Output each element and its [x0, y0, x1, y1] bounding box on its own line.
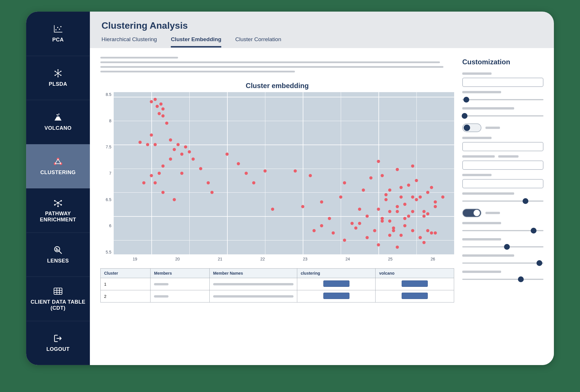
sidebar-item-clustering[interactable]: CLUSTERING — [26, 144, 90, 189]
scatter-point[interactable] — [381, 174, 384, 177]
scatter-point[interactable] — [320, 224, 323, 227]
scatter-point[interactable] — [157, 172, 161, 175]
scatter-point[interactable] — [354, 227, 357, 230]
scatter-point[interactable] — [309, 174, 312, 177]
scatter-point[interactable] — [411, 196, 414, 199]
slider[interactable] — [462, 260, 543, 267]
scatter-point[interactable] — [381, 217, 384, 220]
scatter-point[interactable] — [263, 169, 267, 172]
scatter-point[interactable] — [403, 224, 407, 227]
scatter-point[interactable] — [358, 207, 361, 211]
scatter-point[interactable] — [426, 229, 429, 232]
slider[interactable] — [462, 227, 543, 234]
scatter-point[interactable] — [388, 219, 392, 223]
scatter-point[interactable] — [373, 229, 376, 232]
scatter-point[interactable] — [331, 231, 335, 234]
scatter-point[interactable] — [180, 172, 183, 175]
scatter-point[interactable] — [165, 122, 168, 125]
scatter-point[interactable] — [377, 160, 380, 163]
scatter-point[interactable] — [161, 114, 164, 118]
plot-area[interactable] — [114, 92, 454, 254]
clustering-button[interactable] — [323, 293, 349, 299]
slider[interactable] — [462, 96, 543, 103]
scatter-point[interactable] — [328, 217, 331, 220]
scatter-point[interactable] — [422, 210, 425, 213]
sidebar-item-plsda[interactable]: PLSDA — [26, 56, 90, 100]
scatter-point[interactable] — [157, 112, 161, 115]
volcano-button[interactable] — [402, 280, 428, 287]
scatter-point[interactable] — [211, 191, 214, 194]
text-input[interactable] — [462, 179, 543, 188]
scatter-point[interactable] — [434, 205, 437, 208]
scatter-point[interactable] — [403, 217, 407, 220]
tab-cluster-embedding[interactable]: Cluster Embedding — [171, 36, 221, 48]
sidebar-item-volcano[interactable]: VOLCANO — [26, 100, 90, 144]
scatter-point[interactable] — [350, 222, 354, 225]
scatter-point[interactable] — [150, 174, 153, 177]
slider[interactable] — [462, 276, 543, 283]
scatter-point[interactable] — [407, 215, 410, 218]
scatter-point[interactable] — [184, 145, 187, 149]
tab-cluster-correlation[interactable]: Cluster Correlation — [235, 36, 281, 48]
scatter-point[interactable] — [377, 207, 380, 211]
scatter-point[interactable] — [150, 134, 153, 137]
scatter-point[interactable] — [301, 205, 304, 208]
scatter-point[interactable] — [388, 234, 392, 237]
scatter-point[interactable] — [411, 229, 414, 232]
scatter-point[interactable] — [188, 150, 191, 153]
scatter-point[interactable] — [146, 143, 149, 146]
scatter-point[interactable] — [407, 184, 410, 187]
scatter-point[interactable] — [169, 138, 172, 141]
scatter-point[interactable] — [362, 188, 365, 192]
scatter-point[interactable] — [365, 215, 369, 218]
scatter-point[interactable] — [150, 100, 153, 103]
text-input[interactable] — [462, 161, 543, 170]
scatter-point[interactable] — [244, 172, 248, 175]
clustering-button[interactable] — [323, 280, 349, 287]
scatter-point[interactable] — [160, 103, 163, 106]
scatter-point[interactable] — [396, 168, 399, 171]
sidebar-item-logout[interactable]: LOGOUT — [26, 321, 90, 365]
toggle-switch[interactable] — [462, 123, 481, 132]
scatter-point[interactable] — [154, 181, 157, 184]
scatter-point[interactable] — [388, 188, 392, 192]
scatter-point[interactable] — [173, 198, 176, 201]
scatter-point[interactable] — [294, 169, 297, 172]
scatter-point[interactable] — [392, 229, 395, 232]
scatter-point[interactable] — [396, 246, 399, 249]
scatter-point[interactable] — [418, 236, 422, 239]
scatter-point[interactable] — [403, 203, 407, 206]
scatter-point[interactable] — [434, 200, 437, 203]
scatter-point[interactable] — [434, 231, 437, 234]
scatter-point[interactable] — [161, 107, 164, 110]
sidebar-item-pathway-enrichment[interactable]: PATHWAY ENRICHMENT — [26, 188, 90, 233]
scatter-point[interactable] — [415, 198, 418, 201]
scatter-point[interactable] — [396, 210, 399, 213]
scatter-point[interactable] — [237, 162, 240, 165]
scatter-point[interactable] — [396, 205, 399, 208]
scatter-point[interactable] — [343, 181, 346, 184]
tab-hierarchical-clustering[interactable]: Hierarchical Clustering — [102, 36, 157, 48]
scatter-point[interactable] — [191, 157, 195, 161]
scatter-point[interactable] — [156, 105, 159, 108]
scatter-point[interactable] — [169, 157, 172, 161]
scatter-point[interactable] — [252, 181, 255, 184]
scatter-point[interactable] — [426, 191, 429, 194]
scatter-point[interactable] — [418, 196, 422, 199]
scatter-point[interactable] — [358, 222, 361, 225]
scatter-point[interactable] — [154, 98, 157, 101]
scatter-point[interactable] — [343, 238, 346, 242]
sidebar-item-client-data-table-cdt-[interactable]: CLIENT DATA TABLE (CDT) — [26, 277, 90, 321]
scatter-point[interactable] — [173, 148, 176, 151]
scatter-point[interactable] — [388, 210, 392, 213]
sidebar-item-pca[interactable]: PCA — [26, 12, 90, 56]
scatter-point[interactable] — [430, 186, 433, 189]
scatter-point[interactable] — [142, 181, 146, 184]
scatter-point[interactable] — [271, 207, 274, 211]
slider[interactable] — [462, 198, 543, 205]
toggle-switch[interactable] — [462, 209, 481, 217]
scatter-point[interactable] — [161, 191, 164, 194]
scatter-point[interactable] — [207, 181, 210, 184]
text-input[interactable] — [462, 78, 543, 87]
scatter-point[interactable] — [411, 210, 414, 213]
